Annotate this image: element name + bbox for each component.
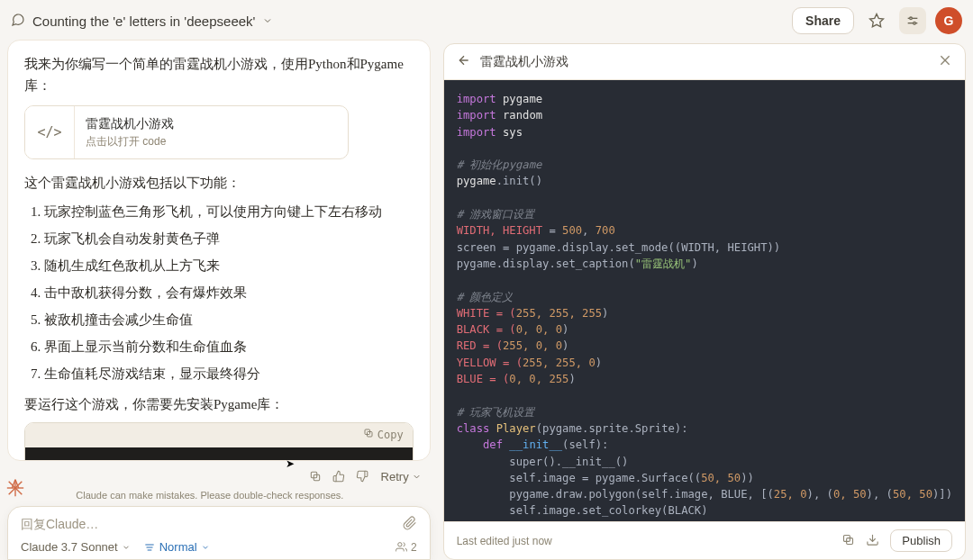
model-selector[interactable]: Claude 3.7 Sonnet: [21, 540, 131, 554]
svg-point-4: [914, 22, 916, 24]
assistant-message: 我来为你编写一个简单的雷霆战机小游戏，使用Python和Pygame库： </>…: [7, 40, 431, 461]
assistant-intro-text: 我来为你编写一个简单的雷霆战机小游戏，使用Python和Pygame库：: [24, 53, 414, 96]
model-name: Claude 3.7 Sonnet: [21, 540, 118, 554]
artifact-subtitle: 点击以打开 code: [86, 133, 174, 150]
code-block: Copy pip install pygame: [24, 422, 414, 461]
composer: 回复Claude… Claude 3.7 Sonnet Normal 2: [7, 506, 431, 560]
list-item: 击中敌机获得分数，会有爆炸效果: [44, 282, 414, 303]
panel-title: 雷霆战机小游戏: [480, 54, 929, 70]
copy-button[interactable]: Copy: [377, 427, 404, 444]
svg-point-3: [910, 17, 913, 20]
code-icon: </>: [25, 106, 75, 158]
artifact-title: 雷霆战机小游戏: [86, 113, 174, 133]
conversation-title-area[interactable]: Counting the 'e' letters in 'deepseeek': [11, 13, 273, 30]
style-label: Normal: [159, 540, 197, 554]
style-selector[interactable]: Normal: [143, 540, 210, 554]
download-icon[interactable]: [866, 533, 879, 549]
thumbs-up-icon[interactable]: [329, 466, 349, 486]
top-actions: Share G: [792, 7, 962, 34]
list-item: 随机生成红色敌机从上方飞来: [44, 255, 414, 276]
conversation-title: Counting the 'e' letters in 'deepseeek': [32, 14, 255, 29]
list-item: 生命值耗尽游戏结束，显示最终得分: [44, 363, 414, 384]
chevron-down-icon: [262, 14, 273, 29]
publish-button[interactable]: Publish: [890, 529, 952, 552]
copy-icon[interactable]: [363, 427, 374, 444]
share-button[interactable]: Share: [792, 7, 854, 34]
copy-icon[interactable]: [305, 466, 325, 486]
svg-marker-0: [870, 14, 884, 27]
back-arrow-icon[interactable]: [457, 53, 471, 70]
close-icon[interactable]: [938, 53, 952, 70]
chat-bubble-icon: [11, 13, 25, 30]
features-list: 玩家控制蓝色三角形飞机，可以使用方向键上下左右移动 玩家飞机会自动发射黄色子弹 …: [44, 201, 414, 384]
message-actions: Retry: [7, 466, 431, 486]
participants-indicator[interactable]: 2: [396, 541, 417, 554]
participants-count: 2: [411, 541, 417, 554]
composer-input[interactable]: 回复Claude…: [21, 517, 98, 533]
settings-sliders-icon[interactable]: [899, 7, 926, 34]
last-edited-status: Last edited just now: [457, 535, 552, 547]
attachment-icon[interactable]: [403, 516, 417, 533]
list-item: 界面上显示当前分数和生命值血条: [44, 336, 414, 357]
retry-label: Retry: [381, 470, 409, 483]
copy-icon[interactable]: [841, 533, 855, 549]
list-item: 玩家控制蓝色三角形飞机，可以使用方向键上下左右移动: [44, 201, 414, 222]
sparkle-icon: [5, 478, 25, 501]
artifact-card[interactable]: </> 雷霆战机小游戏 点击以打开 code: [24, 105, 349, 159]
retry-button[interactable]: Retry: [376, 468, 427, 485]
code-panel: 雷霆战机小游戏 import pygame import random impo…: [443, 43, 966, 560]
install-heading: 要运行这个游戏，你需要先安装Pygame库：: [24, 393, 414, 415]
install-command: pip install pygame: [25, 447, 413, 461]
avatar[interactable]: G: [935, 7, 962, 34]
thumbs-down-icon[interactable]: [352, 466, 372, 486]
disclaimer-text: Claude can make mistakes. Please double-…: [7, 490, 413, 501]
list-item: 被敌机撞击会减少生命值: [44, 309, 414, 330]
list-item: 玩家飞机会自动发射黄色子弹: [44, 228, 414, 249]
svg-point-15: [398, 543, 402, 546]
code-editor[interactable]: import pygame import random import sys #…: [444, 80, 965, 521]
features-heading: 这个雷霆战机小游戏包括以下功能：: [24, 172, 414, 194]
star-icon[interactable]: [863, 7, 890, 34]
